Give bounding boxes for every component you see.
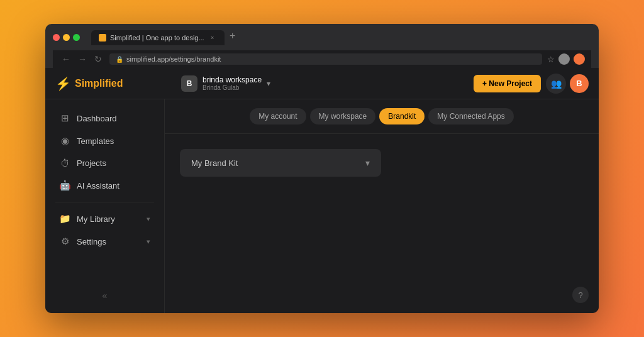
browser-window: Simplified | One app to desig... × + ← →… bbox=[45, 24, 599, 313]
workspace-sub: Brinda Gulab bbox=[203, 84, 262, 91]
sidebar-label-settings: Settings bbox=[77, 237, 106, 246]
close-button[interactable] bbox=[53, 34, 60, 41]
logo-text: Simplified bbox=[75, 78, 123, 89]
dashboard-icon: ⊞ bbox=[59, 113, 70, 124]
browser-profile-dot[interactable] bbox=[574, 53, 585, 65]
app-logo: ⚡ Simplified bbox=[55, 76, 175, 91]
tab-close-button[interactable]: × bbox=[208, 33, 217, 42]
active-tab[interactable]: Simplified | One app to desig... × bbox=[91, 30, 225, 45]
minimize-button[interactable] bbox=[63, 34, 70, 41]
app-header: ⚡ Simplified B brinda workspace Brinda G… bbox=[45, 68, 599, 99]
tab-brandkit[interactable]: Brandkit bbox=[379, 108, 425, 124]
address-bar-row: ← → ↻ 🔒 simplified.app/settings/brandkit… bbox=[53, 50, 591, 68]
content-wrapper: My Brand Kit ▾ ? bbox=[165, 134, 599, 313]
sidebar-label-ai-assistant: AI Assistant bbox=[77, 181, 119, 191]
sidebar-item-templates[interactable]: ◉ Templates bbox=[49, 130, 160, 152]
back-button[interactable]: ← bbox=[59, 53, 73, 65]
workspace-chevron-icon: ▾ bbox=[267, 79, 270, 88]
forward-button[interactable]: → bbox=[75, 53, 89, 65]
tab-my-connected-apps[interactable]: My Connected Apps bbox=[428, 108, 513, 124]
sidebar: ⊞ Dashboard ◉ Templates ⏱ Projects 🤖 AI … bbox=[45, 99, 165, 313]
address-field[interactable]: 🔒 simplified.app/settings/brandkit bbox=[109, 53, 542, 65]
content-area: My account My workspace Brandkit My Conn… bbox=[165, 99, 599, 313]
sidebar-label-my-library: My Library bbox=[77, 214, 115, 224]
help-icon: ? bbox=[578, 290, 582, 300]
ai-assistant-icon: 🤖 bbox=[59, 180, 70, 191]
new-project-button[interactable]: + New Project bbox=[474, 75, 541, 92]
help-button[interactable]: ? bbox=[572, 287, 589, 303]
browser-tabs: Simplified | One app to desig... × + bbox=[91, 29, 240, 45]
sidebar-item-my-library[interactable]: 📁 My Library ▾ bbox=[49, 208, 160, 229]
tab-my-account[interactable]: My account bbox=[250, 108, 306, 124]
brandkit-content: My Brand Kit ▾ bbox=[165, 134, 599, 313]
sidebar-item-dashboard[interactable]: ⊞ Dashboard bbox=[49, 108, 160, 129]
sidebar-item-settings[interactable]: ⚙ Settings ▾ bbox=[49, 231, 160, 252]
people-icon: 👥 bbox=[551, 79, 562, 89]
workspace-name: brinda workspace bbox=[203, 75, 262, 84]
settings-icon: ⚙ bbox=[59, 236, 70, 247]
user-avatar-button[interactable]: B bbox=[570, 74, 589, 93]
sidebar-bottom: « bbox=[45, 285, 164, 306]
workspace-avatar: B bbox=[181, 75, 197, 92]
sidebar-label-templates: Templates bbox=[77, 136, 114, 146]
my-library-icon: 📁 bbox=[59, 213, 70, 224]
workspace-info: brinda workspace Brinda Gulab bbox=[203, 75, 262, 91]
main-layout: ⊞ Dashboard ◉ Templates ⏱ Projects 🤖 AI … bbox=[45, 99, 599, 313]
browser-chrome: Simplified | One app to desig... × + ← →… bbox=[45, 24, 599, 68]
app-content: ⚡ Simplified B brinda workspace Brinda G… bbox=[45, 68, 599, 313]
browser-actions: ☆ bbox=[547, 53, 585, 65]
templates-icon: ◉ bbox=[59, 135, 70, 146]
traffic-lights bbox=[53, 34, 80, 41]
brand-kit-chevron-icon: ▾ bbox=[365, 158, 370, 168]
sidebar-item-projects[interactable]: ⏱ Projects bbox=[49, 153, 160, 174]
sidebar-item-ai-assistant[interactable]: 🤖 AI Assistant bbox=[49, 175, 160, 196]
browser-user-dot[interactable] bbox=[558, 53, 570, 65]
lock-icon: 🔒 bbox=[116, 56, 123, 63]
settings-chevron-icon: ▾ bbox=[147, 238, 150, 246]
tab-title: Simplified | One app to desig... bbox=[110, 34, 204, 41]
maximize-button[interactable] bbox=[73, 34, 80, 41]
settings-tabs: My account My workspace Brandkit My Conn… bbox=[165, 99, 599, 134]
workspace-selector[interactable]: B brinda workspace Brinda Gulab ▾ bbox=[175, 72, 277, 96]
new-tab-button[interactable]: + bbox=[226, 29, 240, 43]
bookmark-icon[interactable]: ☆ bbox=[547, 55, 555, 64]
tab-my-workspace[interactable]: My workspace bbox=[310, 108, 376, 124]
nav-buttons: ← → ↻ bbox=[59, 53, 104, 65]
invite-people-button[interactable]: 👥 bbox=[546, 74, 566, 94]
address-text: simplified.app/settings/brandkit bbox=[126, 55, 221, 63]
sidebar-label-dashboard: Dashboard bbox=[77, 114, 117, 123]
collapse-sidebar-button[interactable]: « bbox=[103, 290, 108, 301]
sidebar-divider bbox=[55, 202, 154, 202]
logo-icon: ⚡ bbox=[55, 76, 71, 91]
projects-icon: ⏱ bbox=[59, 158, 70, 168]
my-library-chevron-icon: ▾ bbox=[147, 215, 150, 223]
brand-kit-label: My Brand Kit bbox=[191, 158, 238, 168]
tab-favicon bbox=[99, 34, 106, 41]
refresh-button[interactable]: ↻ bbox=[92, 53, 104, 65]
brand-kit-card[interactable]: My Brand Kit ▾ bbox=[180, 149, 381, 177]
sidebar-label-projects: Projects bbox=[77, 158, 106, 168]
